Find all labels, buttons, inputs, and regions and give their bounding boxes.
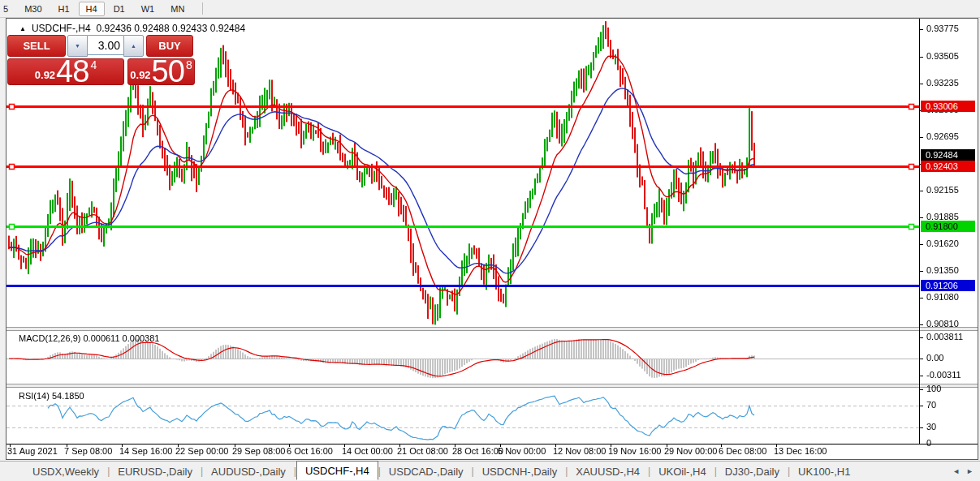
price-tick-label: 0.92695 — [926, 131, 977, 141]
sell-price-pips: 48 — [56, 59, 89, 84]
toolbar-separator — [202, 2, 203, 15]
macd-tick-label: 0.00 — [926, 353, 977, 363]
tab-scroll-right-icon[interactable]: ► — [966, 467, 974, 475]
volume-decrease-button[interactable]: ▼ — [67, 35, 88, 57]
chart-tab-usdx-weekly[interactable]: USDX,Weekly — [24, 463, 107, 480]
price-tick-label: 0.91080 — [926, 292, 977, 302]
ohlc-values: 0.92436 0.92488 0.92433 0.92484 — [97, 23, 246, 34]
timeframe-button-m30[interactable]: M30 — [17, 2, 49, 16]
time-tick-label: 22 Sep 00:00 — [175, 446, 228, 456]
price-tick-label: 0.90810 — [926, 319, 977, 329]
timeframe-button-mn[interactable]: MN — [163, 2, 192, 16]
spin-down-icon: ▼ — [75, 43, 80, 49]
timeframe-button-5[interactable]: 5 — [0, 2, 15, 16]
sell-button[interactable]: SELL — [7, 35, 66, 57]
chart-tabs: USDX,Weekly|EURUSD-,Daily|AUDUSD-,Daily|… — [24, 462, 858, 480]
buy-price-point: 8 — [186, 58, 192, 71]
time-tick-label: 29 Nov 00:00 — [664, 446, 717, 456]
time-tick-label: 14 Sep 16:00 — [119, 446, 172, 456]
buy-button[interactable]: BUY — [146, 35, 193, 57]
chart-tab-usdcad-daily[interactable]: USDCAD-,Daily — [381, 463, 472, 480]
timeframe-toolbar: 5M30H1H4D1W1MN — [0, 0, 980, 18]
symbol-period-label: USDCHF-,H4 — [32, 23, 91, 34]
price-line-label: 0.91800 — [921, 221, 975, 232]
chart-tab-audusd-daily[interactable]: AUDUSD-,Daily — [203, 463, 294, 480]
price-tick-label: 0.91350 — [926, 265, 977, 275]
macd-tick-label: -0.00311 — [926, 370, 977, 380]
chart-tab-xauusd-h4[interactable]: XAUUSD-,H4 — [568, 463, 648, 480]
sell-price-point: 4 — [90, 58, 97, 71]
chart-tab-bar: USDX,Weekly|EURUSD-,Daily|AUDUSD-,Daily|… — [0, 461, 980, 481]
spin-up-icon: ▲ — [131, 43, 136, 49]
timeframe-button-h1[interactable]: H1 — [51, 2, 77, 16]
macd-tick-label: 0.003811 — [926, 332, 977, 341]
mt4-app: 5M30H1H4D1W1MN ▲ USDCHF-,H4 0.92436 0.92… — [0, 0, 980, 481]
time-tick-label: 6 Oct 16:00 — [287, 446, 333, 456]
time-tick-label: 19 Nov 16:00 — [608, 446, 661, 456]
rsi-tick-label: 100 — [926, 384, 977, 393]
current-price-label: 0.92484 — [921, 149, 975, 161]
buy-price-button[interactable]: 0.92 50 8 — [127, 58, 195, 85]
time-tick-label: 31 Aug 2021 — [7, 446, 58, 456]
price-tick-label: 0.93505 — [926, 51, 977, 61]
sell-price-button[interactable]: 0.92 48 4 — [7, 58, 124, 85]
chart-title: ▲ USDCHF-,H4 0.92436 0.92488 0.92433 0.9… — [19, 23, 245, 34]
price-tick-label: 0.93235 — [926, 78, 977, 88]
time-tick-label: 14 Oct 00:00 — [342, 446, 393, 456]
time-tick-label: 28 Oct 16:00 — [452, 446, 503, 456]
rsi-label: RSI(14) 54.1850 — [19, 391, 84, 401]
chart-tab-uk100-h1[interactable]: UK100-,H1 — [790, 463, 858, 480]
timeframe-button-h4[interactable]: H4 — [79, 2, 105, 16]
time-tick-label: 12 Nov 08:00 — [553, 446, 606, 456]
time-tick-label: 13 Dec 16:00 — [774, 446, 827, 456]
rsi-tick-label: 70 — [926, 400, 977, 410]
tab-scroll-arrows: ◄ ► — [952, 467, 974, 475]
price-line-label: 0.93006 — [921, 101, 975, 112]
time-tick-label: 29 Sep 08:00 — [232, 446, 285, 456]
price-tick-label: 0.91620 — [926, 238, 977, 248]
chart-window: ▲ USDCHF-,H4 0.92436 0.92488 0.92433 0.9… — [6, 18, 978, 460]
buy-price-pips: 50 — [152, 59, 184, 84]
chart-tab-usdcnh-daily[interactable]: USDCNH-,Daily — [474, 463, 565, 480]
price-tick-label: 0.93775 — [926, 24, 977, 33]
one-click-trade-panel: SELL ▼ ▲ BUY 0.92 48 4 0.92 50 — [7, 35, 195, 85]
tab-scroll-left-icon[interactable]: ◄ — [952, 467, 960, 475]
price-line-label: 0.91206 — [921, 280, 975, 291]
time-tick-label: 7 Sep 08:00 — [64, 446, 112, 456]
chart-tab-usdchf-h4[interactable]: USDCHF-,H4 — [296, 461, 378, 480]
buy-price-base: 0.92 — [130, 69, 150, 81]
sell-price-base: 0.92 — [35, 69, 55, 81]
volume-input[interactable] — [88, 35, 123, 55]
time-tick-label: 5 Nov 00:00 — [498, 446, 546, 456]
time-tick-label: 6 Dec 08:00 — [719, 446, 766, 456]
macd-label: MACD(12,26,9) 0.000611 0.000381 — [19, 333, 159, 343]
chart-tab-eurusd-daily[interactable]: EURUSD-,Daily — [110, 463, 201, 480]
price-tick-label: 0.92155 — [926, 185, 977, 195]
time-tick-label: 21 Oct 08:00 — [397, 446, 448, 456]
volume-increase-button[interactable]: ▲ — [123, 35, 144, 57]
rsi-tick-label: 30 — [926, 422, 977, 432]
timeframe-button-w1[interactable]: W1 — [134, 2, 162, 16]
rsi-tick-label: 0 — [926, 438, 977, 448]
collapse-panel-icon[interactable]: ▲ — [19, 25, 26, 32]
chart-tab-ukoil-h4[interactable]: UKOil-,H4 — [650, 463, 714, 480]
timeframe-button-d1[interactable]: D1 — [106, 2, 132, 16]
price-line-label: 0.92403 — [921, 161, 975, 172]
chart-tab-dj30-daily[interactable]: DJ30-,Daily — [717, 463, 788, 480]
